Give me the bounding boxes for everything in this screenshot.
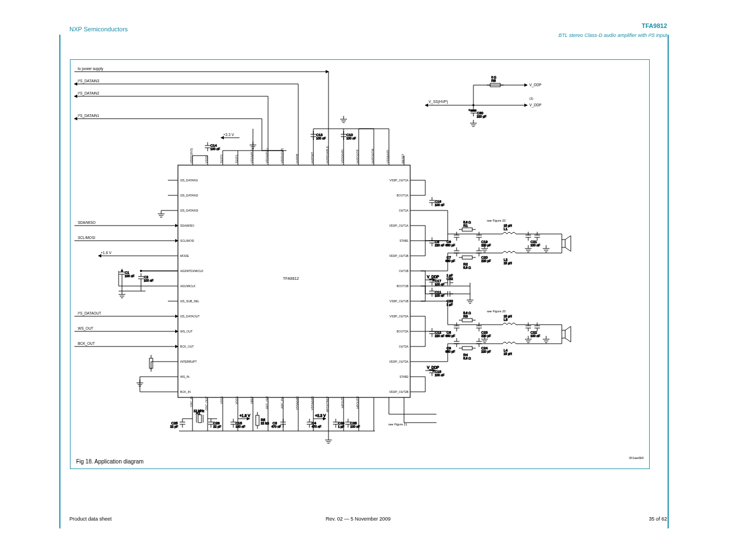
figure-caption: Fig 18. Application diagram [76, 458, 144, 465]
btl-out1: C16100 nF C5220 nF C17100 nF C6680 pF R1… [421, 180, 571, 301]
svg-text:680 pF: 680 pF [445, 350, 456, 353]
svg-text:VDDP_OUT1A: VDDP_OUT1A [389, 224, 408, 227]
subtitle: BTL stereo Class-D audio amplifier with … [558, 32, 667, 38]
svg-text:100 nF: 100 nF [210, 147, 220, 151]
svg-text:100 nF: 100 nF [346, 137, 356, 140]
svg-text:680 pF: 680 pF [445, 259, 456, 263]
sig-in2: I²S_DATAIN2 [78, 91, 100, 96]
svg-text:C1: C1 [125, 270, 129, 274]
svg-text:220 µF: 220 µF [477, 115, 487, 118]
svg-text:C10: C10 [346, 133, 353, 137]
svg-text:VSSA(HP): VSSA(HP) [295, 396, 299, 410]
ic-name: TFA9812 [283, 277, 299, 280]
svg-text:C19: C19 [481, 240, 488, 243]
svg-text:C30: C30 [477, 111, 483, 115]
svg-text:100 nF: 100 nF [435, 203, 445, 207]
svg-text:100 nF: 100 nF [530, 243, 541, 247]
svg-text:220 pF: 220 pF [481, 334, 491, 338]
svg-text:L4: L4 [504, 348, 508, 352]
svg-text:470 nF: 470 nF [271, 425, 281, 428]
svg-text:C5: C5 [435, 240, 439, 243]
svg-text:STAB1: STAB1 [400, 239, 408, 242]
svg-text:C13: C13 [316, 133, 323, 137]
svg-text:100 nF: 100 nF [435, 283, 445, 286]
svg-text:STAB2: STAB2 [400, 375, 408, 378]
svg-text:SCL/MOSI: SCL/MOSI [78, 236, 95, 240]
svg-text:C17: C17 [435, 279, 442, 283]
svg-text:C21: C21 [530, 240, 537, 243]
svg-text:5.6 Ω: 5.6 Ω [463, 266, 471, 269]
svg-text:V_DDP: V_DDP [427, 275, 439, 279]
svg-text:C11: C11 [435, 290, 442, 294]
snubber-ref1: see Figure 20 [487, 219, 506, 222]
svg-text:RESET: RESET [401, 153, 405, 163]
svg-text:C4: C4 [312, 421, 316, 425]
pwr-out1: V_DDP [529, 83, 542, 87]
svg-text:HVPSET: HVPSET [311, 151, 314, 163]
svg-text:R5: R5 [261, 418, 265, 421]
bottom-wiring [179, 397, 404, 443]
svg-text:BOOT1B: BOOT1B [397, 284, 409, 288]
pwr-in: V_SS(HVP) [429, 100, 448, 104]
svg-text:100 nF: 100 nF [530, 334, 541, 338]
svg-text:HPOUTL: HPOUTL [341, 396, 344, 408]
sig-hvpen-note: to power supply [78, 67, 104, 71]
svg-text:ADC_INL: ADC_INL [280, 396, 284, 409]
svg-text:C29: C29 [338, 421, 345, 425]
svg-text:I2S_DATAIN3: I2S_DATAIN3 [180, 209, 198, 212]
svg-text:OSC_IN: OSC_IN [190, 396, 193, 407]
svg-text:15 µH: 15 µH [504, 352, 512, 355]
top-wiring: C14100 nF C13100 nF C10100 nF [74, 72, 389, 156]
svg-text:OSC_OUT: OSC_OUT [205, 396, 208, 410]
schematic-svg: + NXP Semiconductors TFA9812 BTL stereo … [0, 0, 756, 534]
svg-text:VSSD: VSSD [205, 156, 208, 163]
left-ext: C1100 nF C2100 nF [98, 210, 178, 392]
svg-text:MODE: MODE [180, 254, 189, 257]
svg-text:15 µH: 15 µH [504, 224, 512, 227]
svg-text:100 nF: 100 nF [435, 294, 445, 297]
svg-text:SDA/MISO: SDA/MISO [78, 221, 96, 224]
left-pin-labels: I2S_DATAIN1 I2S_DATAIN2 I2S_DATAIN3 SDA/… [180, 179, 204, 394]
svg-text:VDD(HVP): VDD(HVP) [341, 149, 344, 163]
svg-text:C12: C12 [435, 330, 442, 334]
header-right: TFA9812 [642, 22, 667, 29]
svg-text:100 nF: 100 nF [316, 137, 326, 140]
svg-text:VDDP_OUT2A: VDDP_OUT2A [389, 360, 408, 363]
svg-text:HVPFB: HVPFB [295, 153, 299, 163]
svg-text:1 µF: 1 µF [338, 425, 345, 428]
svg-text:HPOUTREF: HPOUTREF [326, 396, 329, 413]
svg-text:BCK_IN: BCK_IN [180, 390, 191, 394]
header-left: NXP Semiconductors [69, 26, 128, 32]
svg-text:C23: C23 [481, 330, 488, 334]
svg-text:100 nF: 100 nF [435, 373, 445, 377]
svg-text:VDDA: VDDA [235, 396, 238, 404]
svg-text:C6: C6 [447, 240, 451, 243]
footer-mid: Rev. 02 — 5 November 2009 [326, 516, 391, 522]
svg-text:VREF: VREF [250, 396, 253, 404]
svg-text:R2: R2 [463, 262, 468, 266]
svg-text:TEST2: TEST2 [220, 154, 223, 163]
svg-text:I2S_DATAIN1: I2S_DATAIN1 [180, 179, 198, 182]
svg-text:OUT2A: OUT2A [399, 345, 409, 348]
svg-text:WS_OUT: WS_OUT [78, 326, 93, 331]
hp-ref: see Figure 21 [388, 423, 407, 426]
svg-text:1 µF: 1 µF [447, 303, 453, 306]
svg-text:C25: C25 [171, 421, 178, 425]
svg-text:I2S_DATAOUT: I2S_DATAOUT [180, 315, 200, 318]
svg-text:100 nF: 100 nF [350, 425, 360, 428]
svg-text:100 nF: 100 nF [144, 279, 154, 282]
ic-body [178, 165, 410, 397]
svg-text:WS_OUT: WS_OUT [180, 330, 193, 333]
svg-text:+1.8 V: +1.8 V [240, 414, 251, 418]
svg-text:OUT1A: OUT1A [399, 209, 409, 212]
svg-text:TEST1: TEST1 [235, 154, 238, 163]
svg-text:470 nF: 470 nF [312, 425, 322, 428]
svg-text:22 pF: 22 pF [170, 425, 179, 428]
svg-text:15 µH: 15 µH [504, 261, 512, 265]
svg-text:680 pF: 680 pF [445, 243, 456, 247]
svg-text:5.6 Ω: 5.6 Ω [463, 357, 471, 360]
svg-text:C14: C14 [210, 143, 217, 147]
svg-text:22 kΩ: 22 kΩ [261, 421, 269, 425]
svg-text:VDDP_OUT1B: VDDP_OUT1B [389, 254, 408, 257]
svg-text:C8: C8 [447, 330, 451, 334]
